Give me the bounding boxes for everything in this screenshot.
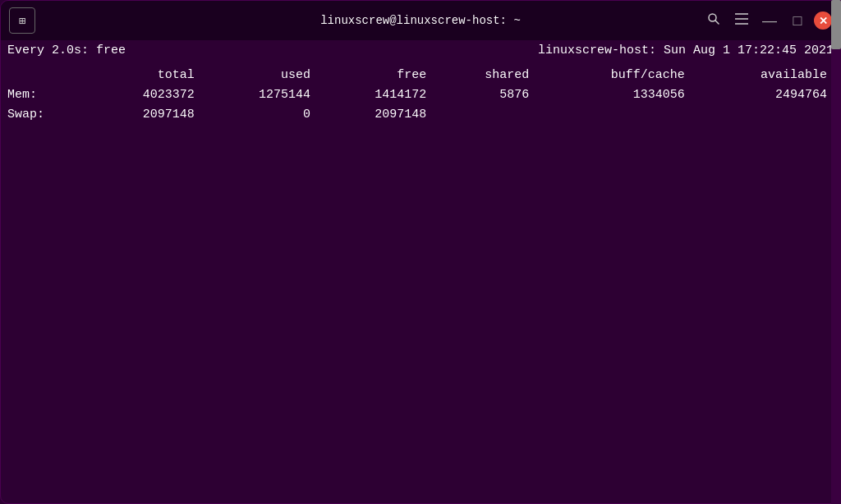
- mem-available: 2494764: [692, 85, 834, 105]
- swap-buffcache: [535, 105, 691, 125]
- window-controls: — □ ✕: [702, 9, 832, 32]
- swap-row: Swap: 2097148 0 2097148: [7, 105, 834, 125]
- swap-used: 0: [201, 105, 317, 125]
- terminal-window: ⊞ linuxscrew@linuxscrew-host: ~: [0, 0, 841, 504]
- close-button[interactable]: ✕: [814, 11, 832, 30]
- swap-shared: [433, 105, 535, 125]
- terminal-content: total used free shared buff/cache availa…: [1, 61, 840, 503]
- maximize-icon: □: [793, 12, 802, 30]
- main-content: total used free shared buff/cache availa…: [1, 61, 840, 503]
- col-header-available: available: [692, 66, 834, 85]
- swap-label: Swap:: [7, 105, 85, 125]
- col-header-free: free: [317, 66, 433, 85]
- watch-command: Every 2.0s: free: [7, 44, 126, 57]
- mem-label: Mem:: [7, 85, 85, 105]
- minimize-button[interactable]: —: [758, 9, 781, 32]
- swap-total: 2097148: [85, 105, 201, 125]
- col-header-used: used: [201, 66, 317, 85]
- terminal-body[interactable]: total used free shared buff/cache availa…: [1, 61, 840, 128]
- search-icon: [707, 12, 720, 29]
- titlebar-left: ⊞: [9, 7, 35, 34]
- mem-buffcache: 1334056: [535, 85, 691, 105]
- minimize-icon: —: [762, 12, 777, 30]
- mem-row: Mem: 4023372 1275144 1414172 5876 133405…: [7, 85, 834, 105]
- window-title: linuxscrew@linuxscrew-host: ~: [320, 14, 521, 27]
- col-header-total: total: [85, 66, 201, 85]
- col-header-buffcache: buff/cache: [535, 66, 691, 85]
- menu-icon: [735, 13, 748, 28]
- col-header-shared: shared: [433, 66, 535, 85]
- mem-used: 1275144: [201, 85, 317, 105]
- swap-available: [692, 105, 834, 125]
- col-header-label: [7, 66, 85, 85]
- swap-free: 2097148: [317, 105, 433, 125]
- mem-free: 1414172: [317, 85, 433, 105]
- memory-table: total used free shared buff/cache availa…: [7, 66, 834, 125]
- mem-shared: 5876: [433, 85, 535, 105]
- search-button[interactable]: [702, 9, 725, 32]
- titlebar: ⊞ linuxscrew@linuxscrew-host: ~: [1, 1, 840, 40]
- mem-total: 4023372: [85, 85, 201, 105]
- terminal-icon[interactable]: ⊞: [9, 7, 35, 34]
- scrollbar[interactable]: [831, 61, 840, 503]
- hostname-datetime: linuxscrew-host: Sun Aug 1 17:22:45 2021: [538, 44, 834, 57]
- status-bar: Every 2.0s: free linuxscrew-host: Sun Au…: [1, 40, 840, 61]
- close-icon: ✕: [819, 15, 828, 27]
- menu-button[interactable]: [730, 9, 753, 32]
- svg-line-1: [715, 21, 719, 24]
- maximize-button[interactable]: □: [786, 9, 809, 32]
